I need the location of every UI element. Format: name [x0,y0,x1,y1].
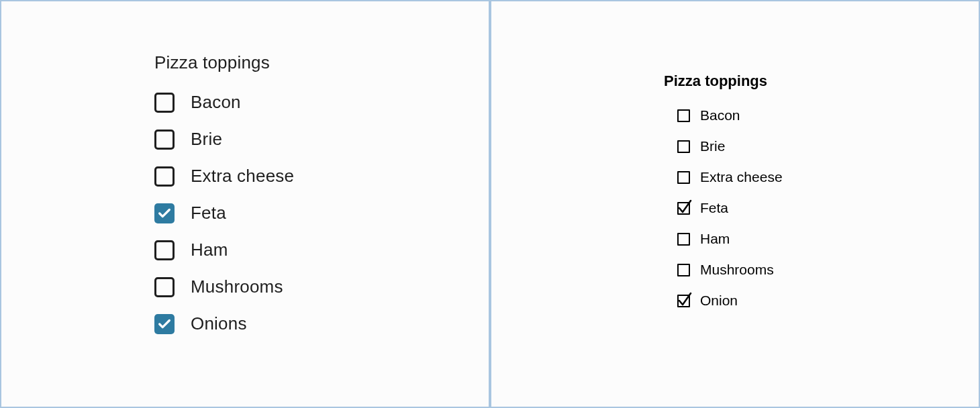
left-panel: Pizza toppings Bacon Brie Extra cheese F… [0,0,490,408]
checkbox-icon [154,240,175,260]
checkbox-label: Ham [700,231,730,247]
checkbox-label: Mushrooms [191,276,283,297]
right-heading: Pizza toppings [664,72,979,90]
checkbox-item-brie[interactable]: Brie [154,129,489,150]
checkbox-label: Bacon [191,92,241,113]
checkbox-label: Onion [700,293,738,309]
checkbox-icon [676,232,689,246]
checkbox-item-bacon[interactable]: Bacon [154,92,489,113]
svg-rect-4 [678,234,689,245]
left-heading: Pizza toppings [154,52,489,73]
checkbox-label: Ham [191,240,228,260]
checkbox-item-mushrooms[interactable]: Mushrooms [154,276,489,297]
checkbox-icon [154,277,175,297]
checkbox-icon [154,166,175,187]
svg-rect-2 [678,172,689,183]
right-checkbox-list: Bacon Brie Extra cheese Feta Ham Mushroo… [664,107,979,309]
left-checkbox-list: Bacon Brie Extra cheese Feta Ham [154,92,489,334]
checkbox-icon [676,263,689,276]
checkbox-label: Bacon [700,107,740,123]
right-panel: Pizza toppings Bacon Brie Extra cheese F… [490,0,980,408]
checkbox-icon [154,93,175,113]
checkbox-icon [676,294,689,307]
checkbox-item-ham[interactable]: Ham [154,240,489,260]
checkbox-icon [676,201,689,215]
checkbox-label: Onions [191,313,247,334]
checkbox-icon [676,109,689,122]
checkbox-icon [676,170,689,184]
checkbox-item-brie[interactable]: Brie [676,138,979,154]
checkbox-item-mushrooms[interactable]: Mushrooms [676,262,979,278]
checkbox-item-feta[interactable]: Feta [154,203,489,223]
checkbox-item-bacon[interactable]: Bacon [676,107,979,123]
checkbox-item-extra-cheese[interactable]: Extra cheese [154,166,489,187]
checkbox-label: Feta [700,200,728,216]
checkbox-icon [154,130,175,150]
checkbox-item-onions[interactable]: Onions [154,313,489,334]
checkbox-item-ham[interactable]: Ham [676,231,979,247]
checkbox-label: Feta [191,203,226,223]
checkbox-label: Extra cheese [700,169,783,185]
checkbox-label: Mushrooms [700,262,774,278]
checkbox-icon [154,203,175,223]
svg-rect-1 [678,141,689,152]
checkbox-label: Extra cheese [191,166,294,187]
checkbox-label: Brie [191,129,222,150]
checkbox-item-onion[interactable]: Onion [676,293,979,309]
svg-rect-5 [678,264,689,276]
svg-rect-0 [678,110,689,121]
checkbox-icon [154,314,175,334]
checkbox-icon [676,140,689,153]
checkbox-item-feta[interactable]: Feta [676,200,979,216]
checkbox-label: Brie [700,138,725,154]
checkbox-item-extra-cheese[interactable]: Extra cheese [676,169,979,185]
